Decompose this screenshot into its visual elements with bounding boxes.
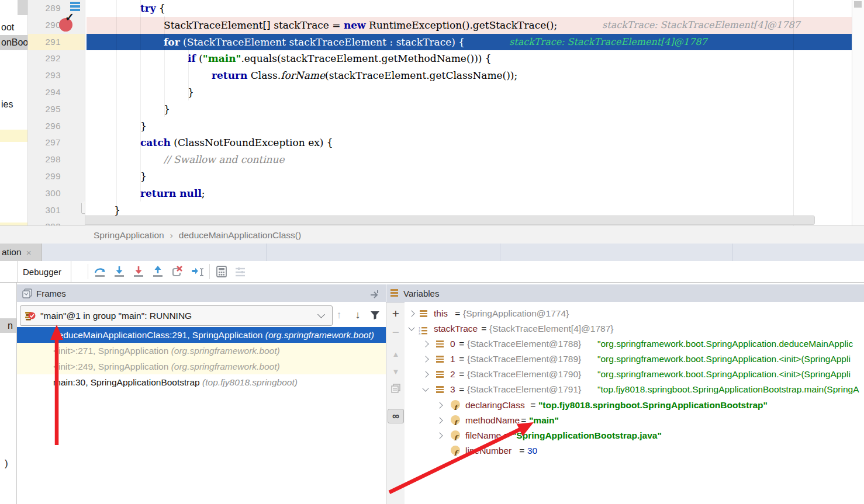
variable-row[interactable]: 1 = {StackTraceElement@1789} "org.spring… xyxy=(405,352,864,367)
variable-row[interactable]: 2 = {StackTraceElement@1790} "org.spring… xyxy=(405,367,864,382)
scrollbar-fragment[interactable] xyxy=(18,0,27,15)
vertical-scrollbar-thumb[interactable] xyxy=(854,1,862,8)
variable-row[interactable]: f declaringClass = "top.fjy8018.springbo… xyxy=(405,398,864,413)
equals: = xyxy=(528,398,538,413)
code-token: (ClassNotFoundException ex) { xyxy=(171,137,333,148)
panel-border xyxy=(0,282,864,283)
line-number: 295 xyxy=(28,101,85,118)
breadcrumb-method[interactable]: deduceMainApplicationClass() xyxy=(179,230,301,241)
editor-gutter[interactable]: 289 290 291 292 293 294 295 296 297 298 … xyxy=(28,0,85,225)
code-token: ( xyxy=(196,53,203,64)
drop-frame-icon[interactable] xyxy=(171,265,184,278)
frames-panel-header[interactable]: Frames xyxy=(17,284,386,303)
chevron-right-icon[interactable] xyxy=(436,402,443,408)
chevron-down-icon[interactable] xyxy=(408,324,414,331)
variable-number: 30 xyxy=(527,443,537,458)
variable-value: {StackTraceElement@1791} xyxy=(467,382,581,397)
editor[interactable]: try { StackTraceElement[] stackTrace = n… xyxy=(85,0,852,225)
variable-row[interactable]: this = {SpringApplication@1774} xyxy=(405,306,864,321)
chevron-right-icon[interactable] xyxy=(408,310,414,317)
chevron-right-icon[interactable] xyxy=(422,356,428,362)
frames-panel-body: "main"@1 in group "main": RUNNING ↑ ↓ de… xyxy=(17,302,386,504)
code-token: return null xyxy=(140,187,202,199)
move-watch-down-button[interactable]: ▼ xyxy=(386,365,405,378)
remove-watch-button[interactable]: − xyxy=(386,325,405,339)
variable-string: "main" xyxy=(529,413,559,428)
variable-row[interactable]: 0 = {StackTraceElement@1788} "org.spring… xyxy=(405,336,864,352)
step-over-icon[interactable] xyxy=(94,265,106,278)
chevron-right-icon[interactable] xyxy=(422,371,428,377)
chevron-right-icon[interactable] xyxy=(422,340,428,347)
line-number: 298 xyxy=(28,151,85,168)
variable-row[interactable]: f lineNumber = 30 xyxy=(405,443,864,458)
variable-row[interactable]: f fileName = "SpringApplicationBootstrap… xyxy=(405,428,864,443)
line-number: 301 xyxy=(28,202,85,219)
move-watch-up-button[interactable]: ▲ xyxy=(386,347,405,360)
field-icon: f xyxy=(451,400,460,409)
code-line-296: } xyxy=(92,118,852,135)
debugger-inline-hint: stackTrace: StackTraceElement[4]@1787 xyxy=(509,34,707,51)
thread-selector[interactable]: "main"@1 in group "main": RUNNING xyxy=(20,305,333,326)
code-token: catch xyxy=(140,137,171,148)
breadcrumb-separator-icon: › xyxy=(170,230,173,241)
equals: = xyxy=(452,306,463,321)
tree-item-selected-fragment[interactable]: onBoot xyxy=(0,35,28,50)
chevron-right-icon[interactable] xyxy=(436,432,443,439)
filter-frames-icon[interactable] xyxy=(369,310,381,321)
run-to-cursor-icon[interactable] xyxy=(191,265,205,278)
variable-name: 0 xyxy=(450,336,455,352)
add-watch-button[interactable]: + xyxy=(386,307,405,321)
frame-row[interactable]: <init>:249, SpringApplication (org.sprin… xyxy=(17,359,422,374)
hide-panel-icon[interactable] xyxy=(369,288,380,298)
variables-panel-header[interactable]: Variables xyxy=(386,284,864,303)
code-line-299: } xyxy=(92,168,852,185)
code-token: (StackTraceElement stackTraceElement : s… xyxy=(180,36,465,48)
force-step-into-icon[interactable] xyxy=(132,265,145,278)
ide-window: oot onBoot ies 289 290 291 292 293 294 2… xyxy=(0,0,864,504)
code-token: "main" xyxy=(203,53,241,64)
horizontal-scrollbar[interactable] xyxy=(85,215,815,225)
editor-tab[interactable]: ation × xyxy=(0,244,42,261)
step-out-icon[interactable] xyxy=(151,265,164,278)
code-line-291: for (StackTraceElement stackTraceElement… xyxy=(92,34,852,51)
chevron-right-icon[interactable] xyxy=(436,417,443,423)
code-token: return xyxy=(212,69,247,81)
threads-view-icon[interactable] xyxy=(69,0,82,13)
code-token: { xyxy=(156,2,165,14)
equals: = xyxy=(457,367,467,382)
frame-package: (org.springframework.boot) xyxy=(171,346,280,356)
tree-item-fragment[interactable]: ies xyxy=(1,99,13,110)
variables-panel-body[interactable]: this = {SpringApplication@1774} 123 stac… xyxy=(405,302,864,504)
vertical-scrollbar-track[interactable] xyxy=(852,0,864,225)
breadcrumb-class[interactable]: SpringApplication xyxy=(94,230,164,241)
evaluate-expression-icon[interactable] xyxy=(215,265,228,278)
variable-row[interactable]: f methodName = "main" xyxy=(405,413,864,428)
code-lines[interactable]: try { StackTraceElement[] stackTrace = n… xyxy=(92,0,852,218)
frame-row[interactable]: deduceMainApplicationClass:291, SpringAp… xyxy=(17,327,422,343)
layout-settings-icon[interactable] xyxy=(234,265,247,278)
tab-debugger-label: Debugger xyxy=(23,267,61,277)
code-token: } xyxy=(188,86,194,98)
variable-row[interactable]: 123 stackTrace = {StackTraceElement[4]@1… xyxy=(405,321,864,336)
frame-row[interactable]: main:30, SpringApplicationBootstrap (top… xyxy=(17,374,422,390)
step-into-icon[interactable] xyxy=(113,265,126,278)
show-watches-toggle[interactable]: ∞ xyxy=(388,409,404,423)
equals: = xyxy=(457,382,467,397)
editor-tab-bar: ation × xyxy=(0,244,864,262)
tree-item-selected-fragment[interactable]: n xyxy=(0,318,16,333)
copy-watch-icon[interactable] xyxy=(391,384,400,393)
frames-panel-title: Frames xyxy=(36,289,66,298)
chevron-down-icon[interactable] xyxy=(422,385,428,391)
variable-icon xyxy=(436,356,444,363)
tree-item-fragment[interactable]: oot xyxy=(1,22,14,33)
frame-up-button[interactable]: ↑ xyxy=(331,307,347,323)
tab-bar-separator xyxy=(732,244,733,261)
close-icon[interactable]: × xyxy=(26,248,32,258)
frame-down-button[interactable]: ↓ xyxy=(350,307,365,323)
frame-row[interactable]: <init>:271, SpringApplication (org.sprin… xyxy=(17,343,422,359)
variable-row[interactable]: 3 = {StackTraceElement@1791} "top.fjy801… xyxy=(405,382,864,397)
line-number: 292 xyxy=(28,50,85,67)
tab-debugger[interactable]: Debugger xyxy=(18,261,71,282)
code-line-298: // Swallow and continue xyxy=(92,151,852,168)
frame-package: (org.springframework.boot) xyxy=(265,330,374,340)
